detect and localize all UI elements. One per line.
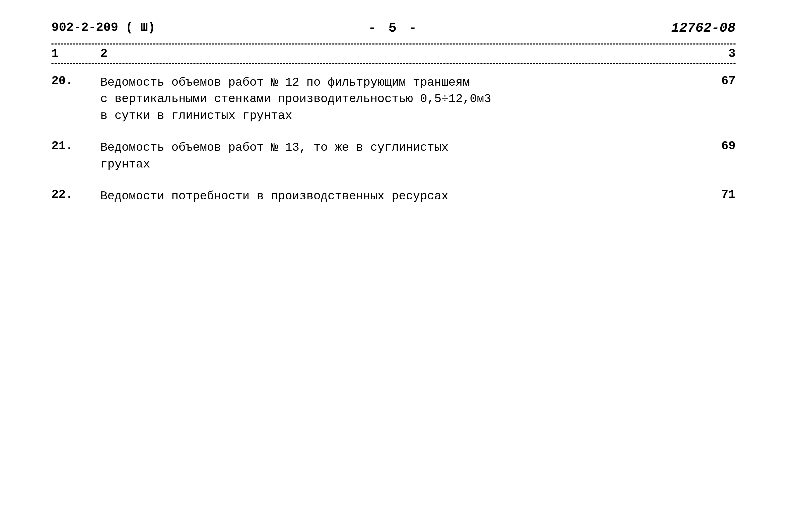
page-header: 902-2-209 ( Ш) - 5 - 12762-08	[51, 21, 736, 36]
table-row: 21. Ведомость объемов работ № 13, то же …	[51, 139, 736, 173]
table-row: 20. Ведомость объемов работ № 12 по филь…	[51, 74, 736, 124]
col-header-2: 2	[98, 47, 700, 61]
col-header-1: 1	[51, 47, 98, 61]
row-num-21: 21.	[51, 139, 98, 153]
row-content-22: Ведомости потребности в производственных…	[98, 188, 700, 204]
row-page-20: 67	[700, 74, 736, 88]
row-page-22: 71	[700, 188, 736, 201]
table-body: 20. Ведомость объемов работ № 12 по филь…	[51, 74, 736, 204]
column-header-row: 1 2 3	[51, 45, 736, 64]
row-num-22: 22.	[51, 188, 98, 201]
doc-number: 12762-08	[671, 21, 736, 36]
row-page-21: 69	[700, 139, 736, 153]
row-content-20: Ведомость объемов работ № 12 по фильтрую…	[98, 74, 700, 124]
page-number: - 5 -	[368, 21, 419, 36]
table-row: 22. Ведомости потребности в производстве…	[51, 188, 736, 204]
col-header-3: 3	[700, 47, 736, 61]
doc-ref: 902-2-209 ( Ш)	[51, 21, 155, 35]
row-content-21: Ведомость объемов работ № 13, то же в су…	[98, 139, 700, 173]
page: 902-2-209 ( Ш) - 5 - 12762-08 1 2 3 20. …	[0, 0, 787, 532]
row-num-20: 20.	[51, 74, 98, 88]
